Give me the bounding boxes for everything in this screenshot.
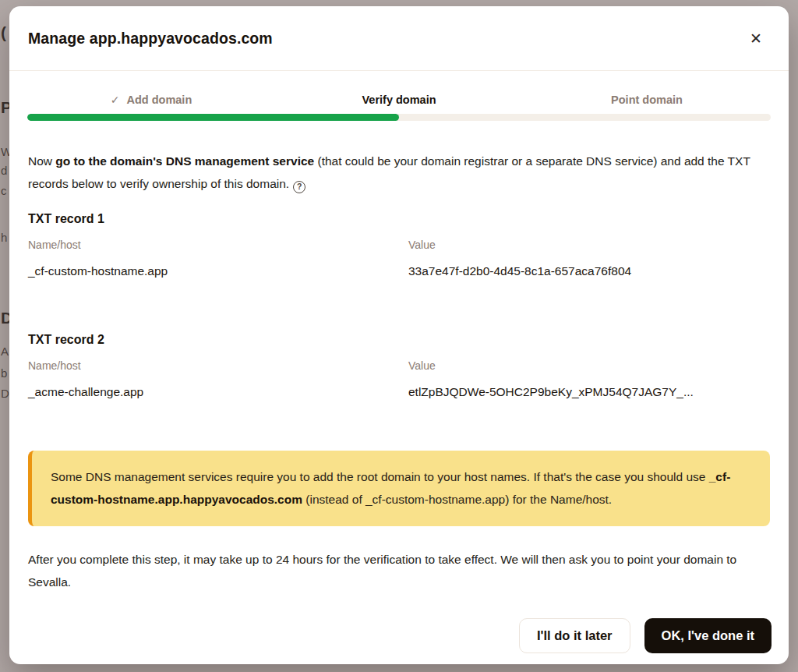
name-host-label: Name/host bbox=[28, 359, 408, 372]
progress-bar-track bbox=[27, 114, 771, 121]
value-value: etlZpBJQDWe-5OHC2P9beKy_xPMJ54Q7JAG7Y_..… bbox=[408, 385, 770, 399]
step-label: Add domain bbox=[126, 94, 192, 106]
record-title: TXT record 2 bbox=[28, 333, 770, 347]
step-point-domain: Point domain bbox=[523, 94, 771, 106]
warning-text: Some DNS management services require you… bbox=[51, 470, 709, 483]
note-text: . bbox=[68, 575, 71, 589]
dialog-header: Manage app.happyavocados.com ✕ bbox=[9, 6, 789, 71]
backdrop-text-fragment: h bbox=[1, 231, 7, 244]
intro-prefix: Now bbox=[28, 154, 55, 168]
do-it-later-button[interactable]: I'll do it later bbox=[519, 618, 630, 653]
intro-text: Now go to the domain's DNS management se… bbox=[28, 150, 770, 195]
record-values: _cf-custom-hostname.app 33a7e47f-d2b0-4d… bbox=[28, 264, 770, 278]
step-verify-domain: Verify domain bbox=[275, 94, 523, 106]
close-button[interactable]: ✕ bbox=[743, 27, 768, 51]
record-labels: Name/host Value bbox=[28, 239, 770, 251]
name-host-value: _acme-challenge.app bbox=[28, 385, 408, 399]
step-label: Point domain bbox=[611, 94, 683, 106]
txt-record-1: TXT record 1 Name/host Value _cf-custom-… bbox=[28, 212, 770, 278]
step-add-domain: ✓Add domain bbox=[27, 94, 275, 106]
name-host-value: _cf-custom-hostname.app bbox=[28, 264, 408, 278]
backdrop-text-fragment: b bbox=[1, 366, 7, 380]
backdrop-text-fragment: A bbox=[1, 345, 9, 358]
value-value: 33a7e47f-d2b0-4d45-8c1a-657aca76f804 bbox=[408, 264, 770, 278]
progress-bar-fill bbox=[27, 114, 399, 121]
dialog-title: Manage app.happyavocados.com bbox=[28, 30, 273, 48]
brand-name: Sevalla bbox=[28, 575, 68, 589]
value-label: Value bbox=[408, 239, 770, 251]
help-icon[interactable]: ? bbox=[293, 181, 305, 193]
ok-done-button[interactable]: OK, I've done it bbox=[644, 618, 772, 653]
dns-root-domain-warning: Some DNS management services require you… bbox=[28, 451, 770, 526]
backdrop-text-fragment: D bbox=[1, 387, 9, 400]
name-host-label: Name/host bbox=[28, 239, 408, 251]
record-values: _acme-challenge.app etlZpBJQDWe-5OHC2P9b… bbox=[28, 385, 770, 399]
step-label: Verify domain bbox=[362, 94, 436, 106]
record-labels: Name/host Value bbox=[28, 359, 770, 372]
dialog-actions: I'll do it later OK, I've done it bbox=[519, 618, 772, 653]
backdrop-text-fragment: ( bbox=[1, 23, 6, 42]
note-text: After you complete this step, it may tak… bbox=[28, 553, 736, 566]
check-icon: ✓ bbox=[111, 94, 120, 106]
warning-text: (instead of _cf-custom-hostname.app) for… bbox=[302, 493, 612, 506]
dialog-body: Now go to the domain's DNS management se… bbox=[9, 150, 789, 593]
verification-time-note: After you complete this step, it may tak… bbox=[28, 548, 770, 593]
backdrop-text-fragment: c bbox=[1, 184, 7, 197]
close-icon: ✕ bbox=[750, 30, 762, 47]
help-glyph: ? bbox=[297, 175, 302, 198]
backdrop-text-fragment: d bbox=[1, 164, 7, 177]
intro-bold: go to the domain's DNS management servic… bbox=[55, 154, 314, 168]
wizard-stepper: ✓Add domain Verify domain Point domain bbox=[27, 94, 771, 106]
record-title: TXT record 1 bbox=[28, 212, 770, 226]
txt-record-2: TXT record 2 Name/host Value _acme-chall… bbox=[28, 333, 770, 399]
value-label: Value bbox=[408, 359, 770, 372]
manage-domain-dialog: Manage app.happyavocados.com ✕ ✓Add doma… bbox=[9, 6, 789, 664]
